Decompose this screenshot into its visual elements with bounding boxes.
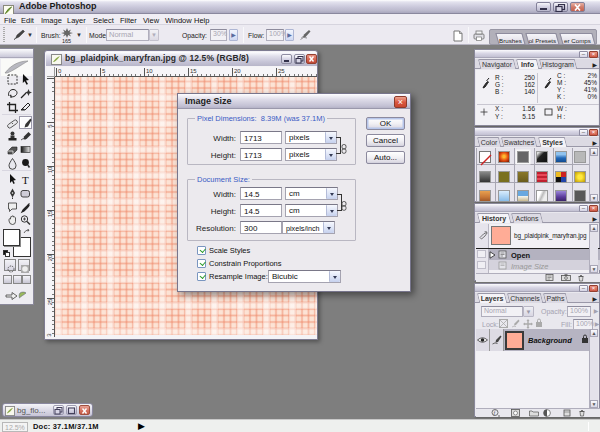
svg-text:T: T	[22, 174, 29, 186]
